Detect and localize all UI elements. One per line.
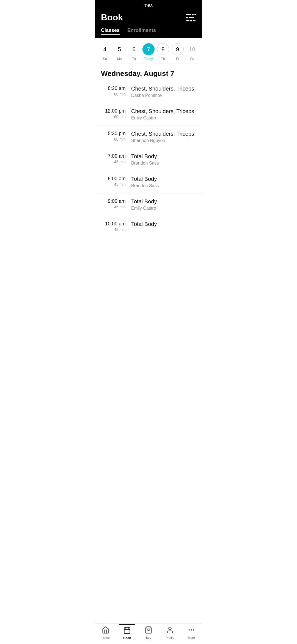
calendar-strip: 4 Su 5 Mo 6 Tu 7 Today 8 Th 9 Fr 10 Sa bbox=[95, 38, 202, 64]
date-heading: Wednesday, August 7 bbox=[95, 64, 202, 81]
class-item-1[interactable]: 12:00 pm 60 min Chest, Shoulders, Tricep… bbox=[95, 103, 202, 126]
calendar-day-th[interactable]: 8 Th bbox=[156, 43, 170, 61]
day-number-5: 5 bbox=[113, 43, 125, 55]
day-label-today: Today bbox=[144, 57, 153, 61]
calendar-day-fr[interactable]: 9 Fr bbox=[171, 43, 184, 61]
class-time-3: 7:00 am 45 min bbox=[101, 153, 131, 164]
calendar-day-mo[interactable]: 5 Mo bbox=[113, 43, 126, 61]
tab-bar: Classes Enrollments bbox=[95, 28, 202, 38]
day-number-4: 4 bbox=[99, 43, 111, 55]
day-label-fr: Fr bbox=[176, 57, 179, 61]
class-item-5[interactable]: 9:00 am 45 min Total Body Emily Castro bbox=[95, 193, 202, 216]
class-list: 8:30 am 60 min Chest, Shoulders, Triceps… bbox=[95, 81, 202, 262]
class-info-0: Chest, Shoulders, Triceps Dasha Pominov bbox=[131, 86, 196, 98]
header: Book bbox=[95, 10, 202, 28]
class-time-6: 10:00 am 45 min bbox=[101, 221, 131, 232]
calendar-day-tu[interactable]: 6 Tu bbox=[127, 43, 141, 61]
class-item-4[interactable]: 8:00 am 45 min Total Body Brandon Sass bbox=[95, 171, 202, 193]
class-info-1: Chest, Shoulders, Triceps Emily Castro bbox=[131, 108, 196, 121]
calendar-day-sa[interactable]: 10 Sa bbox=[185, 43, 199, 61]
class-item-0[interactable]: 8:30 am 60 min Chest, Shoulders, Triceps… bbox=[95, 81, 202, 103]
status-bar: 7:53 bbox=[95, 0, 202, 10]
day-number-8: 8 bbox=[157, 43, 169, 55]
class-item-2[interactable]: 5:30 pm 60 min Chest, Shoulders, Triceps… bbox=[95, 126, 202, 148]
class-info-5: Total Body Emily Castro bbox=[131, 198, 196, 211]
tab-enrollments[interactable]: Enrollments bbox=[127, 28, 156, 35]
page-title: Book bbox=[101, 12, 123, 23]
day-number-9: 9 bbox=[172, 43, 184, 55]
class-time-4: 8:00 am 45 min bbox=[101, 176, 131, 187]
day-number-6: 6 bbox=[128, 43, 140, 55]
day-label-mo: Mo bbox=[117, 57, 122, 61]
tab-classes[interactable]: Classes bbox=[101, 28, 120, 35]
class-info-3: Total Body Brandon Sass bbox=[131, 153, 196, 166]
class-item-6[interactable]: 10:00 am 45 min Total Body bbox=[95, 216, 202, 237]
day-number-10: 10 bbox=[186, 43, 198, 55]
status-time: 7:53 bbox=[144, 3, 153, 8]
day-label-su: Su bbox=[103, 57, 107, 61]
class-item-3[interactable]: 7:00 am 45 min Total Body Brandon Sass bbox=[95, 148, 202, 171]
class-time-2: 5:30 pm 60 min bbox=[101, 131, 131, 141]
calendar-day-su[interactable]: 4 Su bbox=[98, 43, 111, 61]
day-label-tu: Tu bbox=[132, 57, 136, 61]
day-label-sa: Sa bbox=[190, 57, 194, 61]
class-time-0: 8:30 am 60 min bbox=[101, 86, 131, 96]
filter-button[interactable] bbox=[186, 14, 196, 21]
class-time-1: 12:00 pm 60 min bbox=[101, 108, 131, 119]
class-info-2: Chest, Shoulders, Triceps Shannon Nguyen bbox=[131, 131, 196, 143]
class-info-6: Total Body bbox=[131, 221, 196, 228]
class-time-5: 9:00 am 45 min bbox=[101, 198, 131, 209]
day-label-th: Th bbox=[161, 57, 165, 61]
calendar-day-today[interactable]: 7 Today bbox=[142, 43, 155, 61]
class-info-4: Total Body Brandon Sass bbox=[131, 176, 196, 188]
day-number-7: 7 bbox=[142, 43, 155, 55]
